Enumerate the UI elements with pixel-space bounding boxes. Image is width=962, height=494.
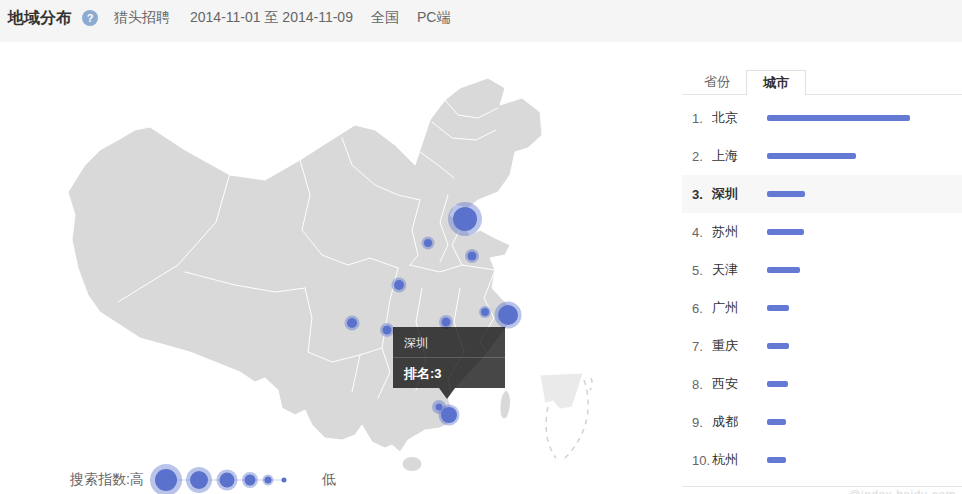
legend-bubble bbox=[190, 471, 208, 489]
tooltip-city: 深圳 bbox=[393, 327, 505, 358]
rank-number: 4. bbox=[692, 225, 712, 240]
ranking-row[interactable]: 3. 深圳 bbox=[682, 175, 962, 213]
south-china-sea-inset bbox=[540, 373, 592, 458]
rank-number: 7. bbox=[692, 339, 712, 354]
map-bubble[interactable] bbox=[481, 308, 489, 316]
index-bar bbox=[767, 115, 910, 121]
inset-dash-line-left bbox=[546, 407, 556, 458]
index-bar bbox=[767, 229, 804, 235]
legend-bubble bbox=[244, 475, 255, 486]
inset-dash-line-top bbox=[590, 378, 592, 390]
index-bar bbox=[767, 381, 788, 387]
legend-bubble bbox=[281, 478, 286, 483]
map-bubble[interactable] bbox=[347, 318, 357, 328]
legend-bubble bbox=[155, 469, 177, 491]
map-bubble[interactable] bbox=[468, 252, 477, 261]
legend-bubble bbox=[219, 473, 234, 488]
hainan-island[interactable] bbox=[402, 457, 422, 472]
ranking-row[interactable]: 7. 重庆 bbox=[682, 327, 962, 365]
tab-city[interactable]: 城市 bbox=[746, 70, 806, 96]
legend-label-low: 低 bbox=[322, 471, 336, 489]
rank-number: 2. bbox=[692, 149, 712, 164]
ranking-row[interactable]: 2. 上海 bbox=[682, 137, 962, 175]
ranking-row[interactable]: 6. 广州 bbox=[682, 289, 962, 327]
index-bar bbox=[767, 419, 786, 425]
search-keyword: 猎头招聘 bbox=[114, 9, 170, 27]
map-bubble[interactable] bbox=[441, 407, 457, 423]
index-bar bbox=[767, 267, 800, 273]
legend-bubble bbox=[264, 477, 271, 484]
legend-label-high: 搜索指数:高 bbox=[70, 471, 144, 489]
rank-number: 1. bbox=[692, 111, 712, 126]
tab-province[interactable]: 省份 bbox=[688, 70, 746, 94]
china-map bbox=[60, 60, 680, 480]
city-name: 天津 bbox=[712, 261, 767, 279]
china-outline[interactable] bbox=[68, 78, 542, 452]
rank-number: 6. bbox=[692, 301, 712, 316]
region-scope: 全国 bbox=[371, 9, 399, 27]
city-name: 杭州 bbox=[712, 451, 767, 469]
platform-scope: PC端 bbox=[417, 9, 450, 27]
header-bar: 地域分布 ? 猎头招聘 2014-11-01 至 2014-11-09 全国 P… bbox=[0, 0, 962, 42]
index-bar bbox=[767, 153, 856, 159]
index-bar bbox=[767, 343, 789, 349]
rank-number: 9. bbox=[692, 415, 712, 430]
index-bar bbox=[767, 305, 789, 311]
help-icon[interactable]: ? bbox=[82, 10, 98, 26]
map-bubble[interactable] bbox=[394, 280, 404, 290]
map-tooltip: 深圳 排名:3 bbox=[393, 327, 505, 388]
ranking-row[interactable]: 9. 成都 bbox=[682, 403, 962, 441]
ranking-panel: 省份 城市 1. 北京 2. 上海 3. 深圳 4. 苏州 5. 天津 6. 广… bbox=[682, 70, 962, 494]
city-name: 北京 bbox=[712, 109, 767, 127]
map-bubble[interactable] bbox=[498, 305, 518, 325]
city-name: 深圳 bbox=[712, 185, 767, 203]
rank-number: 3. bbox=[692, 187, 712, 202]
index-bar bbox=[767, 457, 786, 463]
inset-coast-fragment bbox=[540, 373, 583, 409]
city-name: 成都 bbox=[712, 413, 767, 431]
rank-number: 8. bbox=[692, 377, 712, 392]
baidu-index-region-page: 地域分布 ? 猎头招聘 2014-11-01 至 2014-11-09 全国 P… bbox=[0, 0, 962, 494]
city-name: 重庆 bbox=[712, 337, 767, 355]
ranking-row[interactable]: 1. 北京 bbox=[682, 99, 962, 137]
index-bar bbox=[767, 191, 805, 197]
tooltip-rank: 排名:3 bbox=[393, 358, 505, 390]
city-name: 苏州 bbox=[712, 223, 767, 241]
city-name: 西安 bbox=[712, 375, 767, 393]
map-bubble[interactable] bbox=[442, 318, 451, 327]
date-range: 2014-11-01 至 2014-11-09 bbox=[190, 9, 353, 27]
map-bubble[interactable] bbox=[383, 326, 392, 335]
panel-divider bbox=[682, 486, 962, 487]
tab-bar: 省份 城市 bbox=[682, 70, 962, 95]
city-ranking-list: 1. 北京 2. 上海 3. 深圳 4. 苏州 5. 天津 6. 广州 7. 重… bbox=[682, 99, 962, 479]
city-name: 上海 bbox=[712, 147, 767, 165]
legend-bubble-scale bbox=[148, 461, 318, 494]
rank-number: 10. bbox=[692, 453, 712, 468]
ranking-row[interactable]: 8. 西安 bbox=[682, 365, 962, 403]
ranking-row[interactable]: 5. 天津 bbox=[682, 251, 962, 289]
rank-number: 5. bbox=[692, 263, 712, 278]
taiwan-island[interactable] bbox=[500, 390, 510, 419]
search-index-legend: 搜索指数:高 低 bbox=[70, 461, 336, 494]
page-title: 地域分布 bbox=[8, 8, 72, 29]
map-bubble[interactable] bbox=[424, 239, 432, 247]
city-name: 广州 bbox=[712, 299, 767, 317]
ranking-row[interactable]: 10. 杭州 bbox=[682, 441, 962, 479]
ranking-row[interactable]: 4. 苏州 bbox=[682, 213, 962, 251]
map-bubble[interactable] bbox=[453, 207, 477, 231]
watermark: @index.baidu.com bbox=[848, 488, 956, 494]
tooltip-arrow bbox=[439, 388, 455, 399]
